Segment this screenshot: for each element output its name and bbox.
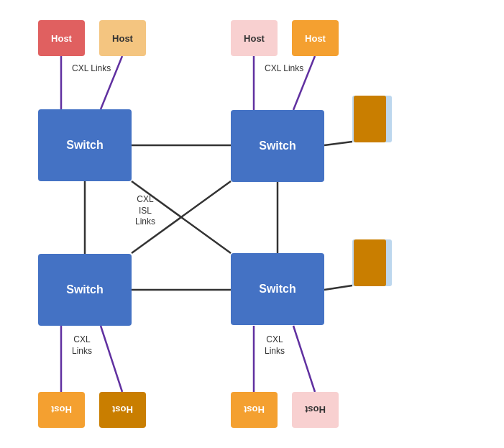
network-diagram: Host Host Host Host CXL Links CXL Links …	[0, 0, 504, 448]
cxl-links-label-bot-left: CXLLinks	[72, 334, 92, 357]
cxl-links-label-bot-right: CXLLinks	[265, 334, 285, 357]
cxl-links-label-top-left: CXL Links	[72, 63, 111, 75]
switch-top-left: Switch	[38, 109, 132, 181]
cxl-links-label-top-right: CXL Links	[265, 63, 303, 75]
svg-line-10	[324, 142, 352, 145]
host-bot-2: Host	[99, 392, 146, 428]
svg-line-13	[101, 326, 122, 392]
host-bot-3: Host	[231, 392, 278, 428]
switch-bot-left: Switch	[38, 254, 132, 326]
host-bot-4: Host	[292, 392, 339, 428]
svg-line-11	[324, 285, 352, 290]
host-top-1: Host	[38, 20, 85, 56]
host-top-2: Host	[99, 20, 146, 56]
switch-top-right: Switch	[231, 110, 324, 182]
cxl-mc-bottom-memory	[354, 239, 386, 286]
host-top-3: Host	[231, 20, 278, 56]
cxl-mc-top-memory	[354, 96, 386, 142]
switch-bot-right: Switch	[231, 253, 324, 325]
svg-line-15	[293, 326, 315, 392]
host-top-4: Host	[292, 20, 339, 56]
host-bot-1: Host	[38, 392, 85, 428]
isl-links-label: CXLISLLinks	[135, 194, 155, 228]
